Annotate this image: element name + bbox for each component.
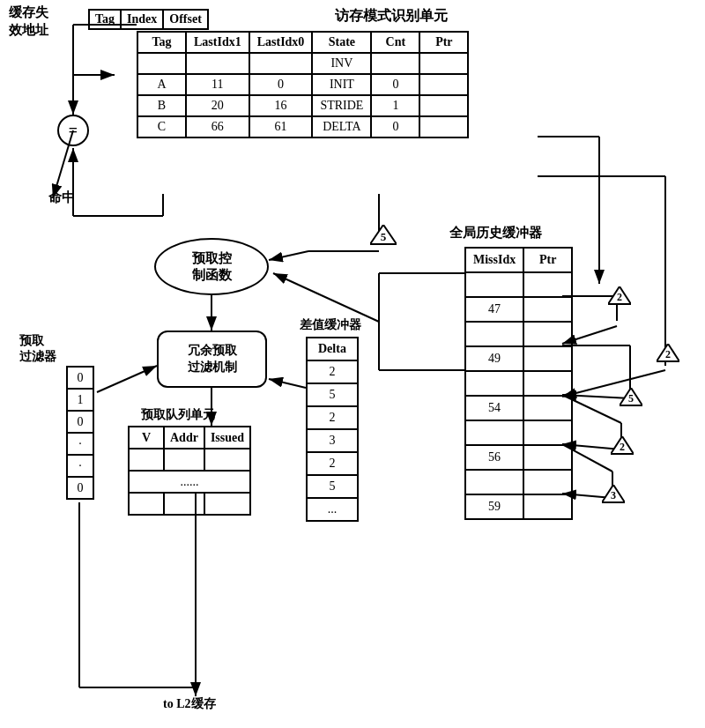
triangle-5-top: 5 bbox=[370, 225, 397, 250]
triangle-3-ghb-56: 3 bbox=[602, 485, 625, 508]
triangle-2-ghb-47: 2 bbox=[608, 286, 631, 309]
redundant-filter-box: 冗余预取过滤机制 bbox=[157, 331, 267, 388]
rpt-col-ptr: Ptr bbox=[419, 32, 468, 53]
addr-index: Index bbox=[122, 11, 164, 28]
svg-line-16 bbox=[273, 273, 379, 322]
table-row: A 11 0 INIT 0 bbox=[137, 74, 468, 95]
prefetch-control-box: 预取控制函数 bbox=[154, 238, 269, 295]
rpt-col-lastidx0: LastIdx0 bbox=[249, 32, 313, 53]
svg-text:5: 5 bbox=[381, 230, 387, 243]
queue-col-v: V bbox=[129, 427, 164, 449]
table-row bbox=[465, 322, 572, 346]
filter-value-box: 0 1 0 · · 0 bbox=[66, 366, 94, 500]
rpt-col-tag: Tag bbox=[137, 32, 186, 53]
table-row: 54 bbox=[465, 396, 572, 420]
address-breakdown-box: Tag Index Offset bbox=[88, 9, 209, 30]
svg-line-20 bbox=[269, 379, 306, 388]
table-row: ... bbox=[307, 498, 358, 521]
addr-offset: Offset bbox=[164, 11, 207, 28]
triangle-5-ghb-49: 5 bbox=[620, 388, 642, 411]
delta-col-header: Delta bbox=[307, 338, 358, 360]
table-row: INV bbox=[137, 53, 468, 74]
to-l2-label: to L2缓存 bbox=[163, 696, 216, 712]
svg-text:2: 2 bbox=[620, 441, 625, 453]
table-row bbox=[465, 420, 572, 445]
table-row: C 66 61 DELTA 0 bbox=[137, 116, 468, 137]
table-row bbox=[129, 449, 250, 471]
prefetch-queue-label: 预取队列单元 bbox=[141, 407, 215, 423]
rpt-col-state: State bbox=[312, 32, 371, 53]
svg-text:2: 2 bbox=[617, 291, 622, 303]
table-row: 47 bbox=[465, 297, 572, 322]
ghb-col-missidx: MissIdx bbox=[465, 248, 523, 272]
queue-table: V Addr Issued ...... bbox=[128, 426, 251, 516]
prefetch-filter-label: 预取过滤器 bbox=[19, 333, 56, 365]
delta-table: Delta 2 5 2 3 2 5 ... bbox=[306, 337, 359, 522]
ghb-label: 全局历史缓冲器 bbox=[449, 225, 542, 241]
table-row bbox=[129, 493, 250, 515]
ghb-col-ptr: Ptr bbox=[523, 248, 572, 272]
triangle-2-ghb-54: 2 bbox=[611, 436, 634, 459]
table-row: B 20 16 STRIDE 1 bbox=[137, 95, 468, 116]
rpt-col-lastidx1: LastIdx1 bbox=[186, 32, 249, 53]
hit-label: 命中 bbox=[48, 189, 75, 206]
queue-col-addr: Addr bbox=[164, 427, 204, 449]
table-row: 56 bbox=[465, 445, 572, 470]
pattern-unit-label: 访存模式识别单元 bbox=[335, 7, 448, 26]
table-row: 59 bbox=[465, 494, 572, 519]
cache-miss-label: 缓存失效地址 bbox=[9, 4, 48, 39]
addr-tag: Tag bbox=[90, 11, 122, 28]
triangle-2-outer: 2 bbox=[657, 344, 679, 367]
table-row: 49 bbox=[465, 346, 572, 371]
rpt-table: Tag LastIdx1 LastIdx0 State Cnt Ptr INV … bbox=[137, 31, 469, 138]
svg-text:5: 5 bbox=[628, 392, 634, 405]
svg-line-12 bbox=[269, 251, 308, 260]
queue-col-issued: Issued bbox=[204, 427, 250, 449]
table-row: 2 bbox=[307, 406, 358, 429]
table-row bbox=[465, 272, 572, 297]
table-row: 2 bbox=[307, 360, 358, 383]
table-row bbox=[465, 371, 572, 396]
delta-buffer-label: 差值缓冲器 bbox=[300, 317, 361, 333]
table-row: 5 bbox=[307, 475, 358, 498]
rpt-col-cnt: Cnt bbox=[371, 32, 419, 53]
main-diagram: 缓存失效地址 Tag Index Offset 访存模式识别单元 Tag Las… bbox=[0, 0, 705, 728]
table-row bbox=[465, 470, 572, 494]
svg-line-40 bbox=[562, 370, 665, 397]
table-row: 2 bbox=[307, 452, 358, 475]
svg-text:2: 2 bbox=[665, 348, 671, 360]
table-row: ...... bbox=[129, 471, 250, 493]
svg-line-18 bbox=[97, 366, 157, 392]
equals-comparator: = bbox=[57, 115, 89, 146]
table-row: 5 bbox=[307, 383, 358, 406]
ghb-table: MissIdx Ptr 47 49 54 56 59 bbox=[464, 247, 573, 520]
table-row: 3 bbox=[307, 429, 358, 452]
svg-text:3: 3 bbox=[611, 489, 616, 501]
